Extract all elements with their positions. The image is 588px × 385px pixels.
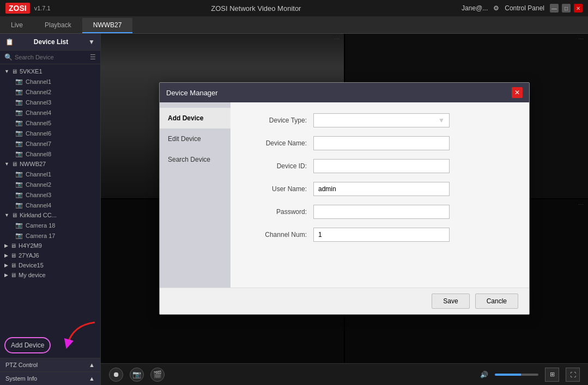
device-kirkland[interactable]: ▼ 🖥 Kirkland CC... [0, 210, 100, 220]
chevron-down-icon[interactable]: ▼ [88, 38, 95, 46]
control-panel-label[interactable]: Control Panel [505, 4, 544, 12]
channel-camera17[interactable]: 📷Camera 17 [0, 230, 100, 241]
device-id-input[interactable] [313, 159, 450, 173]
camera-icon: 📷 [15, 119, 23, 126]
device-5vkxe1[interactable]: ▼ 🖥 5VKXE1 [0, 66, 100, 76]
search-icon: 🔍 [4, 53, 13, 61]
modal-nav-add-device[interactable]: Add Device [160, 108, 231, 129]
device-name-label: Device Name: [247, 139, 307, 147]
channel-5vkxe1-2[interactable]: 📷Channel2 [0, 87, 100, 97]
channel-5vkxe1-8[interactable]: 📷Channel8 [0, 149, 100, 159]
channel-camera18[interactable]: 📷Camera 18 [0, 220, 100, 230]
user-name-row: User Name: [247, 182, 513, 196]
channel-5vkxe1-4[interactable]: 📷Channel4 [0, 107, 100, 118]
modal-body: Add Device Edit Device Search Device Dev… [160, 102, 529, 288]
device-h4y2m9[interactable]: ▶ 🖥 H4Y2M9 [0, 241, 100, 250]
list-icon: ☰ [90, 53, 96, 61]
channel-5vkxe1-5[interactable]: 📷Channel5 [0, 118, 100, 128]
record-button[interactable]: ⏺ [109, 368, 123, 382]
app-logo: ZOSI [5, 3, 30, 14]
system-info-expand-icon[interactable]: ▲ [89, 375, 95, 382]
channel-nwwb27-3[interactable]: 📷Channel3 [0, 190, 100, 200]
modal-title: Device Manager [166, 89, 218, 97]
cancel-button[interactable]: Cancle [475, 294, 518, 309]
channel-5vkxe1-7[interactable]: 📷Channel7 [0, 138, 100, 149]
channel-num-label: Channel Num: [247, 231, 307, 239]
camera-icon: 📷 [15, 99, 23, 106]
password-label: Password: [247, 208, 307, 216]
titlebar: ZOSI v1.7.1 ZOSI Network Video Monitor J… [0, 0, 588, 16]
bottom-right-controls: 🔊 ⊞ ⛶ [480, 368, 580, 382]
modal-nav-search-device[interactable]: Search Device [160, 149, 231, 170]
channel-nwwb27-4[interactable]: 📷Channel4 [0, 200, 100, 210]
device-name: 27YAJ6 [19, 252, 39, 259]
bottom-toolbar: ⏺ 📷 🎬 🔊 ⊞ ⛶ [101, 363, 588, 385]
device-manager-dialog: Device Manager ✕ Add Device Edit Device … [159, 82, 530, 315]
tab-nwwb27[interactable]: NWWB27 [82, 18, 133, 33]
snapshot-button[interactable]: 📷 [130, 368, 144, 382]
device-list-label: Device List [34, 38, 68, 46]
collapse-icon: ▼ [4, 69, 9, 74]
volume-icon: 🔊 [480, 371, 488, 378]
device-name: NWWB27 [20, 161, 46, 167]
device-nwwb27[interactable]: ▼ 🖥 NWWB27 [0, 159, 100, 169]
camera-icon: 📷 [15, 201, 23, 209]
app-title: ZOSI Network Video Monitor [211, 4, 301, 13]
collapse-icon: ▼ [4, 161, 9, 167]
tab-playback[interactable]: Playback [34, 18, 82, 33]
modal-overlay: Device Manager ✕ Add Device Edit Device … [101, 34, 588, 363]
system-info-label: System Info [5, 375, 37, 382]
tab-live[interactable]: Live [0, 18, 34, 33]
device-mydevice[interactable]: ▶ 🖥 My device [0, 270, 100, 280]
device-type-row: Device Type: ▼ [247, 113, 513, 127]
device-name: Kirkland CC... [20, 212, 57, 218]
channel-num-input[interactable] [313, 228, 450, 242]
camera-icon: 📷 [15, 150, 23, 157]
channel-5vkxe1-3[interactable]: 📷Channel3 [0, 97, 100, 107]
modal-nav-edit-device[interactable]: Edit Device [160, 129, 231, 149]
sidebar: 📋 Device List ▼ 🔍 ☰ ▼ 🖥 5VKXE1 📷Channel1… [0, 34, 101, 385]
device-name: 5VKXE1 [20, 68, 43, 75]
search-input[interactable] [15, 54, 90, 60]
dropdown-arrow-icon: ▼ [438, 117, 445, 124]
channel-5vkxe1-6[interactable]: 📷Channel6 [0, 128, 100, 138]
ptz-expand-icon[interactable]: ▲ [89, 362, 95, 368]
channel-5vkxe1-1[interactable]: 📷Channel1 [0, 76, 100, 87]
minimize-button[interactable]: — [550, 4, 559, 13]
device-device15[interactable]: ▶ 🖥 Device15 [0, 260, 100, 270]
dvr-icon: 🖥 [11, 68, 17, 75]
camera-icon: 📷 [15, 88, 23, 95]
device-id-row: Device ID: [247, 159, 513, 173]
device-name-row: Device Name: [247, 136, 513, 150]
channel-nwwb27-1[interactable]: 📷Channel1 [0, 169, 100, 179]
volume-slider[interactable] [495, 374, 538, 376]
save-button[interactable]: Save [432, 294, 469, 309]
device-type-label: Device Type: [247, 117, 307, 124]
dvr-icon: 🖥 [10, 262, 16, 268]
camera-icon: 📷 [15, 130, 23, 137]
grid-layout-button[interactable]: ⊞ [545, 368, 559, 382]
window-controls: — □ ✕ [550, 4, 583, 13]
add-device-button[interactable]: Add Device [4, 337, 51, 353]
password-input[interactable] [313, 205, 450, 219]
maximize-button[interactable]: □ [562, 4, 571, 13]
dvr-icon: 🖥 [10, 242, 16, 249]
fullscreen-button[interactable]: ⛶ [566, 368, 580, 382]
expand-icon: ▶ [4, 243, 8, 248]
modal-form: Device Type: ▼ Device Name: [231, 102, 529, 288]
channel-nwwb27-2[interactable]: 📷Channel2 [0, 179, 100, 190]
user-name-input[interactable] [313, 182, 450, 196]
camera-icon: 📷 [15, 181, 23, 188]
device-name: My device [19, 272, 46, 278]
device-type-select[interactable]: ▼ [313, 113, 450, 127]
device-list-header: 📋 Device List ▼ [0, 34, 100, 51]
close-button[interactable]: ✕ [574, 4, 583, 13]
modal-close-button[interactable]: ✕ [512, 87, 523, 98]
dvr-icon: 🖥 [11, 161, 17, 167]
device-27yaj6[interactable]: ▶ 🖥 27YAJ6 [0, 250, 100, 260]
video-button[interactable]: 🎬 [150, 368, 165, 382]
gear-icon[interactable]: ⚙ [493, 4, 499, 12]
device-name-input[interactable] [313, 136, 450, 150]
camera-icon: 📷 [15, 191, 23, 198]
tabbar: Live Playback NWWB27 [0, 16, 588, 34]
